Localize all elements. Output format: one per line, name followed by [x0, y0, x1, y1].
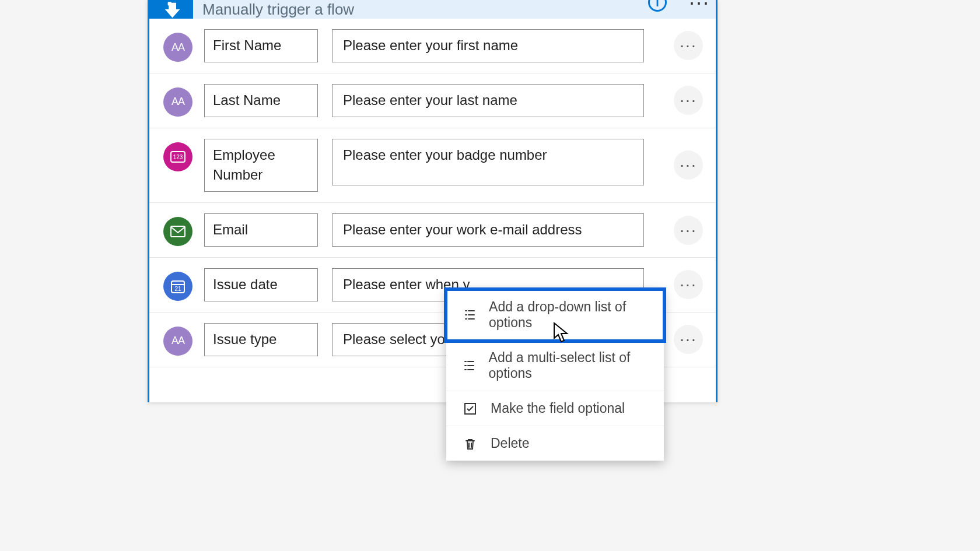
trash-icon: [463, 437, 478, 450]
number-type-icon: 123: [163, 142, 192, 171]
svg-text:123: 123: [173, 154, 183, 160]
menu-item-label: Add a multi-select list of options: [489, 350, 652, 381]
input-placeholder[interactable]: Please enter your last name: [332, 84, 644, 117]
menu-add-multiselect[interactable]: Add a multi-select list of options: [446, 341, 664, 391]
menu-item-label: Make the field optional: [491, 401, 625, 416]
text-type-icon: AA: [163, 327, 192, 356]
trigger-icon: [149, 0, 193, 19]
text-type-icon: AA: [163, 87, 192, 117]
email-type-icon: [163, 217, 192, 246]
menu-add-dropdown[interactable]: Add a drop-down list of options: [446, 290, 664, 341]
input-label[interactable]: Issue type: [204, 323, 318, 356]
input-label-text: Last Name: [213, 90, 281, 111]
list-icon: [463, 359, 476, 372]
input-label-text: Email: [213, 220, 248, 240]
input-label-text: Issue date: [213, 275, 278, 295]
input-label[interactable]: First Name: [204, 29, 318, 62]
row-more-button[interactable]: ···: [674, 216, 703, 245]
input-label-text: First Name: [213, 36, 281, 56]
input-row: 123 Employee Number Please enter your ba…: [149, 128, 716, 203]
menu-make-optional[interactable]: Make the field optional: [446, 391, 664, 426]
input-label[interactable]: Issue date: [204, 268, 318, 301]
input-row: AA First Name Please enter your first na…: [149, 19, 716, 73]
card-title: Manually trigger a flow: [202, 1, 716, 19]
info-icon[interactable]: i: [648, 0, 667, 12]
card-more-button[interactable]: ···: [689, 1, 715, 4]
row-more-button[interactable]: ···: [674, 31, 703, 60]
list-icon: [463, 308, 476, 321]
input-placeholder-text: Please enter your work e-mail address: [343, 220, 582, 240]
input-label[interactable]: Employee Number: [204, 139, 318, 192]
text-type-icon: AA: [163, 33, 192, 62]
input-placeholder-text: Please enter your badge number: [343, 145, 547, 166]
input-placeholder[interactable]: Please enter your first name: [332, 29, 644, 62]
input-row: AA Last Name Please enter your last name…: [149, 73, 716, 128]
context-menu: Add a drop-down list of options Add a mu…: [446, 290, 664, 461]
svg-text:21: 21: [174, 286, 181, 292]
input-label-text: Issue type: [213, 329, 276, 350]
input-placeholder-text: Please enter your first name: [343, 36, 518, 56]
menu-item-label: Delete: [491, 436, 529, 451]
card-header: Manually trigger a flow i ···: [149, 0, 716, 19]
input-label[interactable]: Email: [204, 213, 318, 247]
date-type-icon: 21: [163, 272, 192, 301]
input-placeholder[interactable]: Please enter your badge number: [332, 139, 644, 185]
input-placeholder-text: Please enter your last name: [343, 90, 517, 111]
row-more-button[interactable]: ···: [674, 270, 703, 299]
svg-rect-3: [171, 226, 185, 237]
svg-rect-0: [167, 2, 171, 5]
menu-item-label: Add a drop-down list of options: [489, 299, 652, 331]
input-label[interactable]: Last Name: [204, 84, 318, 117]
row-more-button[interactable]: ···: [674, 150, 703, 180]
checkbox-icon: [463, 402, 478, 415]
row-more-button[interactable]: ···: [674, 325, 703, 354]
input-label-text: Employee Number: [213, 145, 309, 186]
row-more-button[interactable]: ···: [674, 86, 703, 115]
input-row: Email Please enter your work e-mail addr…: [149, 203, 716, 258]
menu-delete[interactable]: Delete: [446, 426, 664, 461]
input-placeholder[interactable]: Please enter your work e-mail address: [332, 213, 644, 247]
